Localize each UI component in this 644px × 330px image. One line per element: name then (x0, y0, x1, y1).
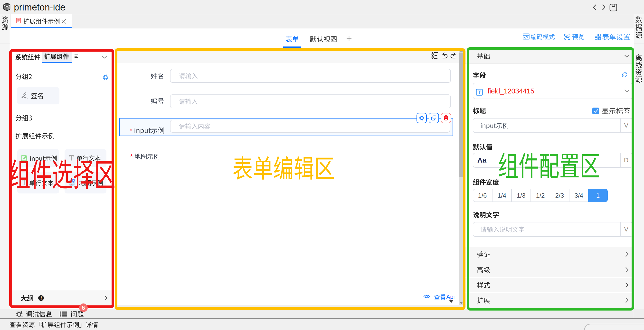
svg-text:i: i (41, 296, 42, 301)
